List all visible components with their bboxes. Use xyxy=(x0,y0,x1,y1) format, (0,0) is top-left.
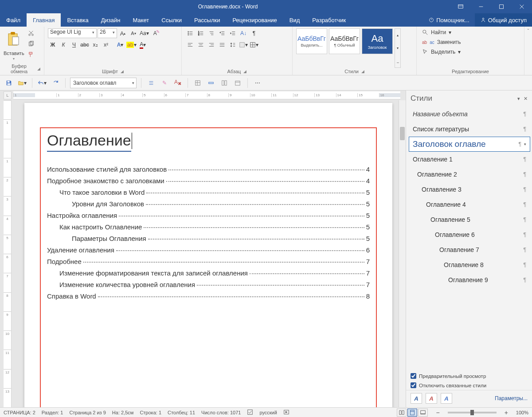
format-painter-button[interactable] xyxy=(26,50,36,59)
toc-entry[interactable]: Уровни для Заголовков5 xyxy=(47,200,370,208)
paste-label[interactable]: Вставить xyxy=(4,51,24,56)
style-tile-emphasis[interactable]: АаБбВвГгВыделить... xyxy=(296,28,327,54)
redo-button[interactable] xyxy=(50,78,61,88)
pane-options-icon[interactable]: ▾ xyxy=(517,96,520,102)
multilevel-list-button[interactable] xyxy=(207,28,216,38)
tab-макет[interactable]: Макет xyxy=(126,13,155,27)
status-proofing-icon[interactable] xyxy=(247,409,253,416)
status-at[interactable]: На: 2,5см xyxy=(112,410,134,415)
scrollbar-thumb[interactable] xyxy=(400,127,405,140)
share-button[interactable]: Общий доступ xyxy=(475,13,532,27)
underline-button[interactable]: Ч xyxy=(69,40,79,50)
style-tile-normal[interactable]: АаБбВвГг¶ Обычный xyxy=(329,28,360,54)
style-item[interactable]: Заголовок оглавле¶▾ xyxy=(409,137,530,152)
new-style-button[interactable]: A xyxy=(411,393,422,404)
style-item[interactable]: Оглавление 5¶ xyxy=(409,212,530,227)
toc-entry[interactable]: Удаление оглавления6 xyxy=(47,246,370,254)
toc-title[interactable]: Оглавление xyxy=(47,132,131,152)
sort-button[interactable]: A↓ xyxy=(239,28,248,38)
bullets-button[interactable] xyxy=(185,28,195,38)
status-page-of[interactable]: Страница 2 из 9 xyxy=(69,410,106,415)
align-right-button[interactable] xyxy=(207,40,216,50)
status-page[interactable]: СТРАНИЦА: 2 xyxy=(4,410,35,415)
qat-layout-button[interactable] xyxy=(219,78,230,88)
borders-button[interactable]: ▾ xyxy=(249,40,259,50)
text-effects-button[interactable]: A▾ xyxy=(115,40,125,50)
font-launcher-icon[interactable]: ◢ xyxy=(121,69,124,74)
style-item[interactable]: Оглавление 7¶ xyxy=(409,242,530,257)
select-button[interactable]: Выделить ▾ xyxy=(420,48,463,56)
font-family-select[interactable]: Segoe UI Lig xyxy=(48,28,97,38)
tab-рецензирование[interactable]: Рецензирование xyxy=(226,13,283,27)
font-size-select[interactable]: 26 xyxy=(98,28,117,38)
style-item[interactable]: Оглавление 8¶ xyxy=(409,257,530,272)
strikethrough-button[interactable]: abc xyxy=(80,40,90,50)
style-item[interactable]: Оглавление 4¶ xyxy=(409,197,530,212)
qat-list-button[interactable] xyxy=(146,78,156,88)
italic-button[interactable]: К xyxy=(59,40,68,50)
subscript-button[interactable]: x₂ xyxy=(90,40,100,50)
toc-entry[interactable]: Изменение форматирования текста для запи… xyxy=(47,269,370,277)
style-item[interactable]: Оглавление 2¶ xyxy=(409,167,530,182)
ruler-vertical[interactable]: 112345678910111213 xyxy=(4,100,12,407)
shrink-font-button[interactable]: A▾ xyxy=(129,28,138,38)
justify-button[interactable] xyxy=(217,40,227,50)
preview-checkbox[interactable] xyxy=(411,373,416,379)
copy-button[interactable] xyxy=(26,39,36,49)
style-inspector-button[interactable]: A xyxy=(426,393,437,404)
tab-дизайн[interactable]: Дизайн xyxy=(95,13,127,27)
manage-styles-button[interactable]: A xyxy=(441,393,452,404)
toc-entry[interactable]: Использование стилей для заголовков4 xyxy=(47,165,370,173)
font-color-button[interactable]: A▾ xyxy=(138,40,148,50)
disable-linked-checkbox[interactable] xyxy=(411,382,416,388)
view-web-button[interactable] xyxy=(418,409,428,417)
align-left-button[interactable] xyxy=(185,40,195,50)
bold-button[interactable]: Ж xyxy=(48,40,58,50)
line-spacing-button[interactable] xyxy=(228,40,238,50)
style-item[interactable]: Название объекта¶ xyxy=(409,106,530,122)
toc-entry[interactable]: Изменение количества уровней оглавления7 xyxy=(47,281,370,288)
qat-clear-button[interactable]: A✖ xyxy=(172,78,183,88)
numbering-button[interactable]: 123 xyxy=(196,28,206,38)
toc-entry[interactable]: Как настроить Оглавление5 xyxy=(47,223,370,231)
toc-entry[interactable]: Справка в Word8 xyxy=(47,292,370,300)
ribbon-options-icon[interactable] xyxy=(450,0,471,13)
ruler-horizontal[interactable]: 112345678910111213141516 xyxy=(13,91,400,99)
paragraph-launcher-icon[interactable]: ◢ xyxy=(243,69,246,74)
undo-button[interactable]: ▾ xyxy=(37,78,47,88)
pane-close-icon[interactable]: ✕ xyxy=(524,96,528,102)
style-tile-heading[interactable]: АаЗаголовок xyxy=(362,28,393,54)
style-dropdown[interactable]: Заголовок оглавл xyxy=(70,78,137,88)
shading-button[interactable]: ▾ xyxy=(239,40,248,50)
qat-table-button[interactable] xyxy=(192,78,203,88)
tab-разработчик[interactable]: Разработчик xyxy=(306,13,352,27)
collapse-ribbon-button[interactable]: ˇ xyxy=(524,27,532,75)
view-print-button[interactable] xyxy=(407,409,417,417)
zoom-level[interactable]: 100% xyxy=(516,410,528,415)
tab-вид[interactable]: Вид xyxy=(283,13,306,27)
toc-entry[interactable]: Настройка оглавления5 xyxy=(47,212,370,219)
increase-indent-button[interactable] xyxy=(228,28,238,38)
styles-options-link[interactable]: Параметры... xyxy=(495,395,528,401)
clear-formatting-button[interactable]: A✎ xyxy=(150,28,160,38)
status-macro-icon[interactable] xyxy=(283,409,289,416)
qat-more-button[interactable]: ⋯ xyxy=(252,78,263,88)
vertical-scrollbar[interactable] xyxy=(399,100,406,407)
status-col[interactable]: Столбец: 11 xyxy=(168,410,195,415)
cut-button[interactable] xyxy=(26,28,36,38)
close-button[interactable] xyxy=(512,0,532,13)
status-words[interactable]: Число слов: 1071 xyxy=(201,410,241,415)
qat-insert-row-button[interactable] xyxy=(206,78,216,88)
show-marks-button[interactable]: ¶ xyxy=(249,28,259,38)
status-language[interactable]: русский xyxy=(259,410,277,415)
minimize-button[interactable] xyxy=(471,0,491,13)
tab-главная[interactable]: Главная xyxy=(27,13,61,27)
paste-button[interactable] xyxy=(5,28,23,50)
tab-ссылки[interactable]: Ссылки xyxy=(155,13,188,27)
toc-entry[interactable]: Подробное знакомство с заголовками4 xyxy=(47,177,370,185)
zoom-out-button[interactable]: − xyxy=(434,409,441,416)
find-button[interactable]: Найти ▾ xyxy=(420,28,463,36)
replace-button[interactable]: abacЗаменить xyxy=(420,38,463,46)
style-item[interactable]: Оглавление 6¶ xyxy=(409,227,530,242)
zoom-in-button[interactable]: + xyxy=(503,409,510,416)
